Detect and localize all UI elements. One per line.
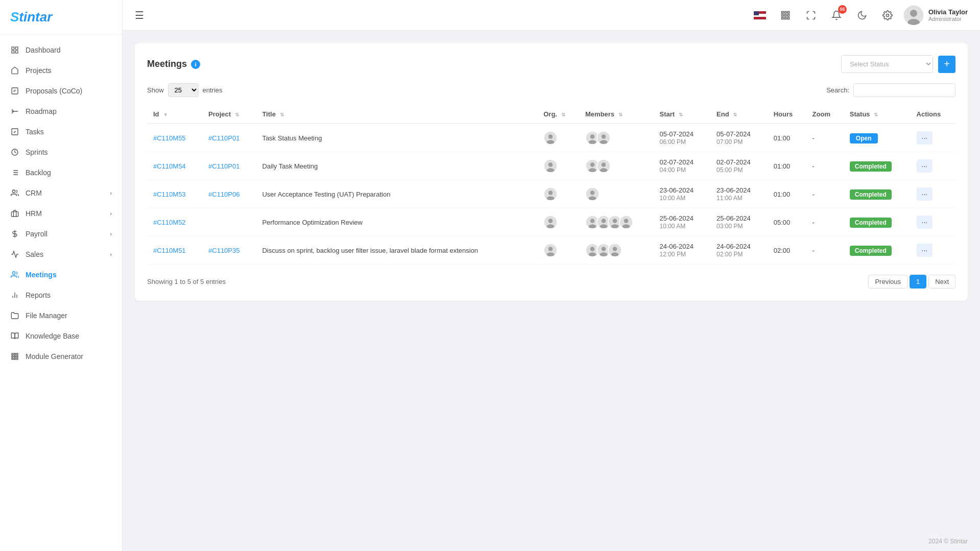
svg-point-83	[602, 247, 606, 251]
svg-rect-13	[16, 353, 18, 355]
settings-icon[interactable]	[879, 7, 896, 23]
col-title: Title ⇅	[256, 105, 537, 124]
svg-rect-8	[11, 212, 18, 217]
svg-rect-15	[14, 356, 16, 357]
cell-end: 05-07-202407:00 PM	[710, 124, 768, 152]
status-badge: Completed	[850, 161, 892, 172]
actions-button[interactable]: ···	[917, 159, 933, 173]
svg-point-77	[548, 247, 553, 251]
sidebar-item-proposals[interactable]: Proposals (CoCo)	[0, 81, 122, 101]
cell-id: #C110M51	[147, 236, 202, 265]
sales-icon	[10, 250, 19, 259]
sidebar-item-roadmap[interactable]: Roadmap	[0, 101, 122, 122]
sidebar-item-tasks[interactable]: Tasks	[0, 122, 122, 142]
meeting-id-link[interactable]: #C110M55	[153, 134, 186, 142]
pagination-row: Showing 1 to 5 of 5 entries Previous 1 N…	[147, 275, 955, 289]
svg-point-71	[613, 219, 617, 223]
sidebar-item-knowledge-base[interactable]: Knowledge Base	[0, 326, 122, 346]
notification-icon[interactable]: 55	[828, 7, 845, 23]
cell-hours: 01:00	[768, 124, 806, 152]
menu-icon[interactable]: ☰	[135, 9, 144, 21]
sort-icon[interactable]: ⇅	[280, 112, 284, 117]
fullscreen-icon[interactable]	[803, 7, 819, 23]
info-icon[interactable]: i	[191, 60, 200, 69]
file-manager-icon	[10, 311, 19, 320]
actions-button[interactable]: ···	[917, 131, 933, 145]
sort-icon[interactable]: ⇅	[679, 112, 683, 117]
actions-button[interactable]: ···	[917, 244, 933, 257]
sidebar-item-meetings[interactable]: Meetings	[0, 265, 122, 285]
cell-id: #C110M55	[147, 124, 202, 152]
add-meeting-button[interactable]: +	[938, 56, 955, 73]
sidebar-item-label: Proposals (CoCo)	[26, 87, 82, 95]
svg-rect-11	[12, 353, 13, 355]
user-info[interactable]: Olivia Taylor Administrator	[904, 6, 968, 25]
sort-icon[interactable]: ⇅	[235, 112, 239, 117]
pagination: Previous 1 Next	[868, 275, 955, 289]
col-org: Org. ⇅	[537, 105, 579, 124]
cell-org	[537, 180, 579, 208]
cell-members	[579, 124, 654, 152]
sidebar-item-crm[interactable]: CRM ›	[0, 183, 122, 203]
next-button[interactable]: Next	[928, 275, 955, 289]
svg-rect-26	[787, 11, 789, 13]
meeting-id-link[interactable]: #C110M54	[153, 162, 186, 170]
cell-members	[579, 236, 654, 265]
sort-icon[interactable]: ⇅	[733, 112, 737, 117]
sort-icon[interactable]: ▼	[163, 112, 168, 117]
sidebar-item-hrm[interactable]: HRM ›	[0, 203, 122, 224]
entries-select[interactable]: 25 50 100	[168, 83, 199, 97]
sidebar-item-sales[interactable]: Sales ›	[0, 244, 122, 265]
previous-button[interactable]: Previous	[868, 275, 907, 289]
meeting-id-link[interactable]: #C110M52	[153, 219, 186, 226]
project-link[interactable]: #C110P01	[208, 162, 240, 170]
cell-start: 25-06-202410:00 AM	[654, 208, 711, 236]
flag-icon[interactable]	[752, 7, 768, 23]
sidebar-item-dashboard[interactable]: Dashboard	[0, 40, 122, 60]
cell-id: #C110M52	[147, 208, 202, 236]
sort-icon[interactable]: ⇅	[561, 112, 565, 117]
sidebar-item-reports[interactable]: Reports	[0, 285, 122, 305]
meeting-id-link[interactable]: #C110M51	[153, 247, 186, 254]
actions-button[interactable]: ···	[917, 215, 933, 229]
project-link[interactable]: #C110P35	[208, 247, 240, 254]
tasks-icon	[10, 127, 19, 136]
svg-rect-16	[16, 356, 18, 357]
sort-icon[interactable]: ⇅	[874, 112, 878, 117]
sort-icon[interactable]: ⇅	[618, 112, 623, 117]
meeting-id-link[interactable]: #C110M53	[153, 190, 186, 198]
card-header-right: Select Status Open Completed +	[841, 55, 955, 73]
svg-point-44	[602, 134, 606, 139]
sidebar-item-label: Tasks	[26, 128, 44, 136]
cell-actions: ···	[911, 236, 955, 265]
svg-rect-30	[781, 17, 783, 19]
cell-actions: ···	[911, 208, 955, 236]
status-select[interactable]: Select Status Open Completed	[841, 55, 933, 73]
search-input[interactable]	[853, 83, 955, 97]
sales-arrow-icon: ›	[110, 251, 112, 257]
cell-title: Performance Optimization Review	[256, 208, 537, 236]
sidebar-item-backlog[interactable]: Backlog	[0, 162, 122, 183]
sidebar-item-module-generator[interactable]: Module Generator	[0, 346, 122, 367]
sidebar-item-payroll[interactable]: Payroll ›	[0, 224, 122, 244]
crm-icon	[10, 188, 19, 198]
cell-status: Completed	[844, 152, 911, 180]
cell-title: Task Status Meeting	[256, 124, 537, 152]
meetings-icon	[10, 270, 19, 279]
header-icons: 55	[752, 7, 896, 23]
sidebar-item-file-manager[interactable]: File Manager	[0, 305, 122, 326]
sidebar-item-sprints[interactable]: Sprints	[0, 142, 122, 162]
apps-icon[interactable]	[777, 7, 794, 23]
cell-project: #C110P01	[202, 124, 256, 152]
cell-title: User Acceptance Testing (UAT) Preparatio…	[256, 180, 537, 208]
page-1-button[interactable]: 1	[910, 275, 926, 289]
actions-button[interactable]: ···	[917, 187, 933, 201]
svg-rect-22	[754, 17, 766, 19]
project-link[interactable]: #C110P01	[208, 134, 240, 142]
sidebar-item-projects[interactable]: Projects	[0, 60, 122, 81]
org-avatar	[543, 215, 558, 229]
sidebar-item-label: Knowledge Base	[26, 332, 79, 340]
project-link[interactable]: #C110P06	[208, 190, 240, 198]
col-status: Status ⇅	[844, 105, 911, 124]
dark-mode-icon[interactable]	[854, 7, 870, 23]
